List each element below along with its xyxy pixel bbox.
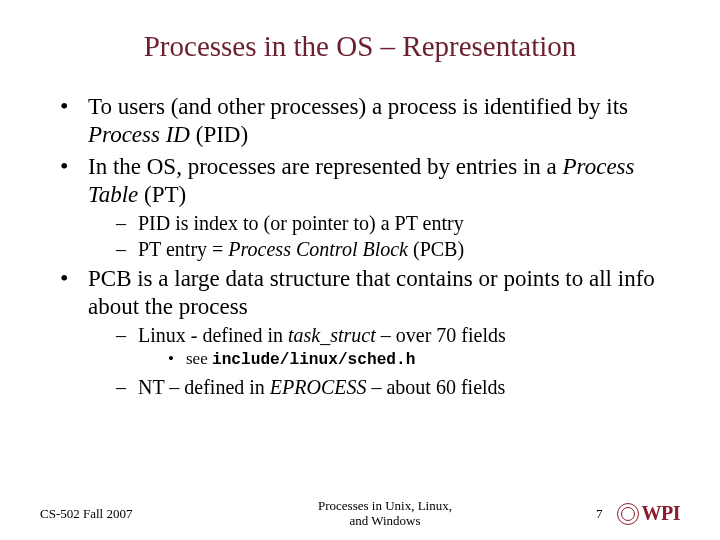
text: – over 70 fields <box>376 324 506 346</box>
text: To users (and other processes) a process… <box>88 94 628 119</box>
footer-right: 7 WPI <box>550 502 680 525</box>
emphasis: Process Control Block <box>228 238 408 260</box>
wpi-wordmark: WPI <box>642 502 681 525</box>
bullet-item: In the OS, processes are represented by … <box>60 153 680 261</box>
bullet-list: To users (and other processes) a process… <box>40 93 680 400</box>
emphasis: task_struct <box>288 324 376 346</box>
emphasis: EPROCESS <box>270 376 367 398</box>
text: see <box>186 349 212 368</box>
slide-title: Processes in the OS – Representation <box>40 30 680 63</box>
sub-sub-bullet-list: see include/linux/sched.h <box>138 349 680 371</box>
text: (PCB) <box>408 238 464 260</box>
text: (PID) <box>190 122 248 147</box>
wpi-logo: WPI <box>617 502 681 525</box>
footer-title-line1: Processes in Unix, Linux, <box>318 498 452 513</box>
text: NT – defined in <box>138 376 270 398</box>
code-text: include/linux/sched.h <box>212 351 415 369</box>
footer-title-line2: and Windows <box>349 513 420 528</box>
sub-bullet-item: PID is index to (or pointer to) a PT ent… <box>116 211 680 235</box>
sub-bullet-item: NT – defined in EPROCESS – about 60 fiel… <box>116 375 680 399</box>
slide: Processes in the OS – Representation To … <box>0 0 720 540</box>
text: PCB is a large data structure that conta… <box>88 266 655 319</box>
bullet-item: PCB is a large data structure that conta… <box>60 265 680 400</box>
slide-footer: CS-502 Fall 2007 Processes in Unix, Linu… <box>40 495 680 530</box>
footer-course: CS-502 Fall 2007 <box>40 506 220 522</box>
page-number: 7 <box>596 506 603 522</box>
footer-title: Processes in Unix, Linux, and Windows <box>220 499 550 528</box>
emphasis: Process ID <box>88 122 190 147</box>
sub-bullet-item: PT entry = Process Control Block (PCB) <box>116 237 680 261</box>
text: PT entry = <box>138 238 228 260</box>
text: In the OS, processes are represented by … <box>88 154 563 179</box>
sub-bullet-list: PID is index to (or pointer to) a PT ent… <box>88 211 680 261</box>
text: PID is index to (or pointer to) a PT ent… <box>138 212 464 234</box>
sub-bullet-list: Linux - defined in task_struct – over 70… <box>88 323 680 399</box>
bullet-item: To users (and other processes) a process… <box>60 93 680 149</box>
text: – about 60 fields <box>366 376 505 398</box>
text: (PT) <box>138 182 186 207</box>
sub-sub-bullet-item: see include/linux/sched.h <box>168 349 680 371</box>
text: Linux - defined in <box>138 324 288 346</box>
wpi-seal-icon <box>617 503 639 525</box>
slide-content: To users (and other processes) a process… <box>40 93 680 495</box>
sub-bullet-item: Linux - defined in task_struct – over 70… <box>116 323 680 371</box>
